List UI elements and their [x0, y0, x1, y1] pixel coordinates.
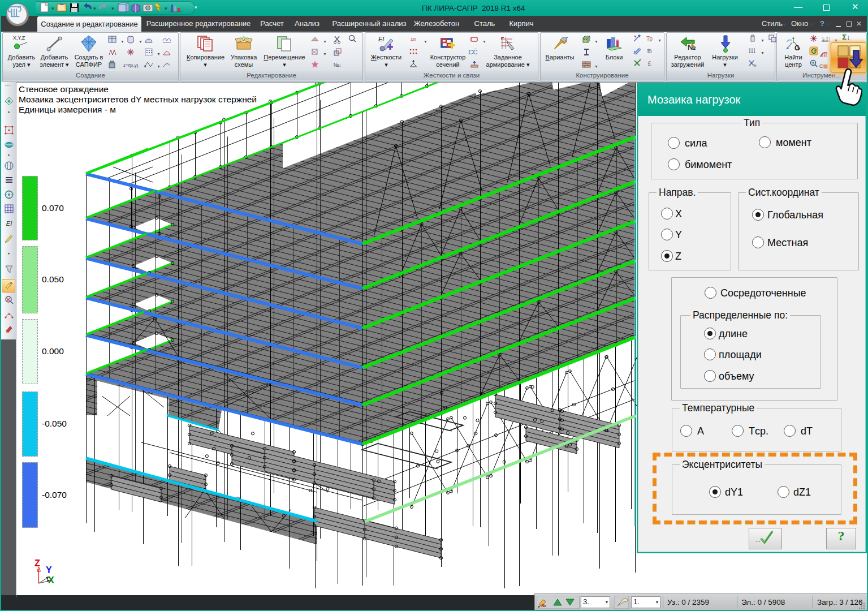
svg-text:▾: ▾: [93, 6, 96, 11]
svg-text:0.000: 0.000: [42, 346, 64, 356]
svg-text:Z: Z: [34, 558, 40, 568]
svg-text:▾: ▾: [165, 6, 167, 11]
svg-text:X,Y,Z: X,Y,Z: [13, 35, 25, 41]
svg-text:-0.050: -0.050: [42, 419, 67, 428]
svg-text:Y: Y: [46, 565, 52, 575]
svg-text:▾: ▾: [51, 6, 54, 11]
svg-text:№: №: [541, 603, 546, 608]
svg-text:EI: EI: [378, 36, 384, 42]
svg-text:Единицы измерения - м: Единицы измерения - м: [19, 105, 116, 114]
svg-text:▾: ▾: [111, 6, 114, 11]
svg-text:0.070: 0.070: [42, 203, 64, 213]
svg-text:G: G: [794, 44, 800, 52]
svg-text:Стеновое ограждение: Стеновое ограждение: [19, 84, 109, 94]
svg-text:0.050: 0.050: [42, 274, 64, 284]
svg-text:-0.070: -0.070: [42, 490, 67, 500]
svg-text:Мозаика эксцентриситетов dY ме: Мозаика эксцентриситетов dY местных нагр…: [19, 94, 257, 104]
svg-text:...: ...: [755, 536, 761, 543]
